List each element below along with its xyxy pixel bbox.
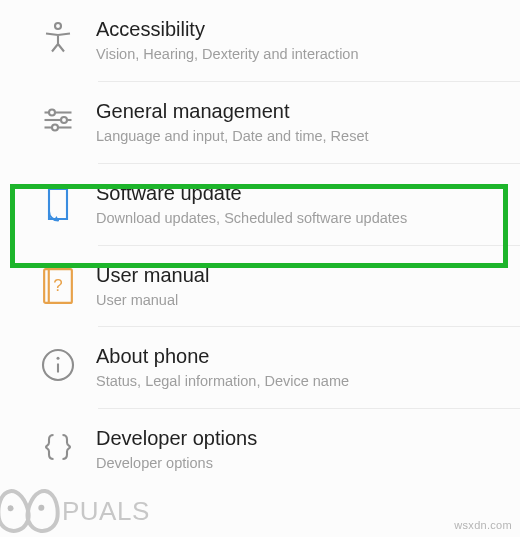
title-accessibility: Accessibility bbox=[96, 18, 500, 41]
update-icon bbox=[20, 182, 96, 224]
svg-point-6 bbox=[52, 124, 58, 130]
item-software-update[interactable]: Software update Download updates, Schedu… bbox=[0, 164, 520, 246]
item-about-phone[interactable]: About phone Status, Legal information, D… bbox=[0, 327, 520, 409]
title-software-update: Software update bbox=[96, 182, 500, 205]
svg-point-2 bbox=[49, 109, 55, 115]
manual-icon: ? bbox=[20, 264, 96, 306]
subtitle-software-update: Download updates, Scheduled software upd… bbox=[96, 209, 500, 228]
subtitle-user-manual: User manual bbox=[96, 291, 500, 310]
svg-point-11 bbox=[57, 357, 60, 360]
item-developer-options[interactable]: Developer options Developer options bbox=[0, 409, 520, 491]
watermark-right: wsxdn.com bbox=[454, 519, 512, 531]
title-user-manual: User manual bbox=[96, 264, 500, 287]
svg-point-4 bbox=[61, 117, 67, 123]
info-icon bbox=[20, 345, 96, 383]
item-user-manual[interactable]: ? User manual User manual bbox=[0, 246, 520, 328]
sliders-icon bbox=[20, 100, 96, 138]
settings-list: Accessibility Vision, Hearing, Dexterity… bbox=[0, 0, 520, 491]
subtitle-developer-options: Developer options bbox=[96, 454, 500, 473]
svg-text:?: ? bbox=[53, 275, 62, 294]
subtitle-accessibility: Vision, Hearing, Dexterity and interacti… bbox=[96, 45, 500, 64]
braces-icon bbox=[20, 427, 96, 465]
svg-point-0 bbox=[55, 23, 61, 29]
title-general-management: General management bbox=[96, 100, 500, 123]
item-accessibility[interactable]: Accessibility Vision, Hearing, Dexterity… bbox=[0, 0, 520, 82]
subtitle-general-management: Language and input, Date and time, Reset bbox=[96, 127, 500, 146]
title-developer-options: Developer options bbox=[96, 427, 500, 450]
watermark-text: PUALS bbox=[62, 496, 150, 527]
title-about-phone: About phone bbox=[96, 345, 500, 368]
subtitle-about-phone: Status, Legal information, Device name bbox=[96, 372, 500, 391]
item-general-management[interactable]: General management Language and input, D… bbox=[0, 82, 520, 164]
watermark-left: PUALS bbox=[0, 489, 150, 533]
accessibility-icon bbox=[20, 18, 96, 56]
